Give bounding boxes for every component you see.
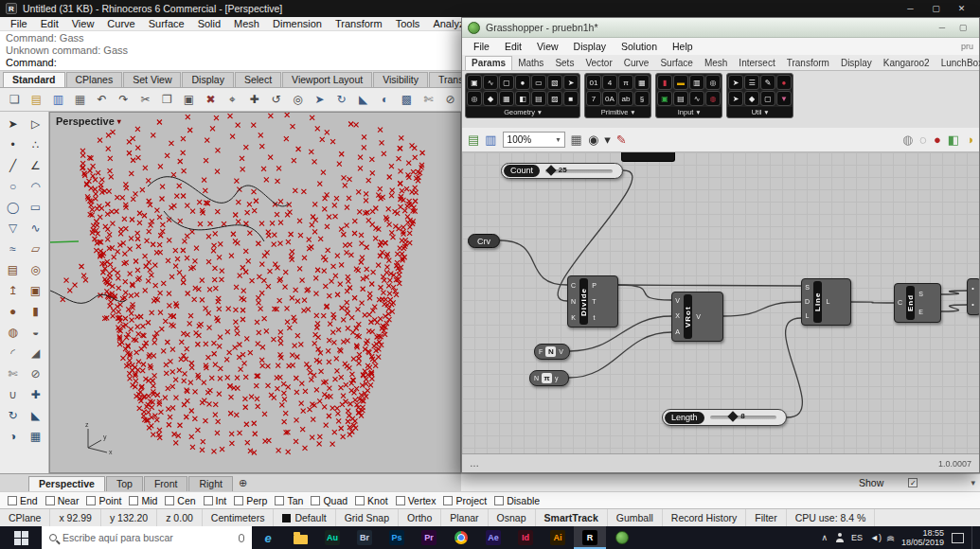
polygon-tool-icon[interactable]: ▽ [2, 218, 24, 238]
photoshop-icon[interactable]: Ps [381, 526, 413, 549]
osnap-cen[interactable]: Cen [165, 495, 195, 506]
point-tool-icon[interactable]: • [2, 134, 24, 154]
toolbar-tab-viewport-layout[interactable]: Viewport Layout [282, 72, 372, 87]
checkbox[interactable] [86, 496, 96, 505]
checkbox[interactable] [8, 496, 17, 505]
gh-menu-item-solution[interactable]: Solution [614, 41, 665, 52]
surface-param-icon[interactable]: ▤ [531, 91, 546, 106]
cut-icon[interactable]: ✂ [135, 90, 155, 109]
edge-icon[interactable]: e [252, 526, 284, 549]
osnap-tan[interactable]: Tan [275, 495, 303, 506]
input-n[interactable]: N [571, 298, 576, 306]
pipe-tool-icon[interactable]: ◍ [2, 322, 24, 342]
status-planar[interactable]: Planar [441, 509, 488, 526]
slider-length[interactable]: Length8 [662, 409, 787, 426]
freeform-curve-tool-icon[interactable]: ∿ [25, 218, 46, 238]
boolean-tool-icon[interactable]: ◒ [25, 322, 46, 342]
input-c[interactable]: C [898, 299, 902, 307]
output-s[interactable]: S [918, 291, 923, 298]
fitness-icon[interactable]: ● [776, 75, 792, 90]
mirror-icon[interactable]: ◐ [375, 90, 395, 109]
toolbar-tab-standard[interactable]: Standard [3, 72, 65, 87]
osnap-knot[interactable]: Knot [355, 495, 388, 506]
palette-group-label[interactable]: Primitive▾ [585, 107, 650, 117]
status-default[interactable]: Default [274, 509, 335, 526]
split-tool-icon[interactable]: ⊘ [25, 363, 46, 383]
point-param-icon[interactable]: ● [515, 75, 530, 90]
osnap-int[interactable]: Int [204, 495, 227, 506]
input-f[interactable]: F [539, 348, 543, 356]
solver-state-icon[interactable]: ● [934, 133, 941, 147]
file-explorer-icon[interactable] [284, 526, 316, 549]
checkbox[interactable] [443, 496, 453, 505]
perspective-viewport[interactable]: Perspective ▾ z y x [49, 112, 461, 473]
gh-tab-intersect[interactable]: Intersect [733, 57, 780, 70]
vector-param-icon[interactable]: ➤ [563, 75, 579, 90]
integer-param-icon[interactable]: 7 [586, 91, 601, 106]
status-cpu-use-8-4[interactable]: CPU use: 8.4 % [787, 509, 876, 526]
display-wireframe-icon[interactable]: ◌ [919, 133, 927, 147]
show-desktop-strip[interactable] [971, 526, 976, 549]
checkbox[interactable] [311, 496, 320, 505]
gh-tab-params[interactable]: Params [465, 56, 512, 70]
group-param-icon[interactable]: ▢ [499, 75, 514, 90]
twisted-box-param-icon[interactable]: ▨ [547, 91, 562, 106]
viewport-tab-right[interactable]: Right [188, 476, 233, 491]
bridge-icon[interactable]: Br [348, 526, 381, 549]
status-record-history[interactable]: Record History [663, 509, 746, 526]
relay-icon[interactable]: ➤ [728, 75, 743, 90]
paste-icon[interactable]: ▣ [179, 90, 199, 109]
data-dam-icon[interactable]: ☰ [744, 75, 759, 90]
input-c[interactable]: C [571, 282, 576, 290]
component-negative[interactable]: FNV [534, 344, 570, 360]
slider-count[interactable]: Count25 [501, 163, 623, 179]
status-x-92-99[interactable]: x 92.99 [50, 509, 100, 526]
chamfer-tool-icon[interactable]: ◢ [25, 343, 46, 363]
footer-dots[interactable]: … [470, 458, 479, 469]
pi-constant-icon[interactable]: π [618, 75, 633, 90]
checkbox[interactable] [396, 496, 405, 505]
checkbox[interactable] [45, 496, 55, 505]
text-param-icon[interactable]: ab [618, 91, 633, 106]
scale-tool-icon[interactable]: ◣ [25, 405, 46, 425]
extrude-tool-icon[interactable]: ↥ [2, 280, 24, 300]
menu-item-tools[interactable]: Tools [389, 18, 427, 29]
status-y-132-20[interactable]: y 132.20 [101, 509, 157, 526]
premiere-icon[interactable]: Pr [413, 526, 445, 549]
button-icon[interactable]: ▣ [657, 91, 672, 106]
box-param-icon[interactable]: ▣ [467, 75, 482, 90]
rhino-icon[interactable]: R [574, 526, 606, 549]
zoom-extents-icon[interactable]: ⌖ [223, 90, 242, 109]
gh-tab-surface[interactable]: Surface [654, 57, 698, 70]
status-grid-snap[interactable]: Grid Snap [336, 509, 399, 526]
save-file-icon[interactable]: ▥ [485, 133, 496, 147]
menu-item-solid[interactable]: Solid [191, 18, 227, 29]
slider-track[interactable]: 8 [710, 416, 776, 419]
status-ortho[interactable]: Ortho [399, 509, 441, 526]
open-file-icon[interactable]: ▤ [27, 90, 46, 109]
palette-group-label[interactable]: Input▾ [656, 107, 722, 117]
input-x[interactable]: X [675, 312, 680, 320]
search-input[interactable]: Escribe aquí para buscar [42, 526, 252, 549]
polyline-tool-icon[interactable]: ∠ [25, 155, 46, 175]
pan-view-icon[interactable]: ✚ [244, 90, 264, 109]
volume-icon[interactable]: ◄) [870, 533, 882, 542]
gh-tab-curve[interactable]: Curve [618, 57, 655, 70]
status-osnap[interactable]: Osnap [489, 509, 536, 526]
viewport-title[interactable]: Perspective ▾ [56, 115, 121, 127]
language-indicator[interactable]: ES [851, 533, 863, 542]
output-p[interactable]: P [592, 282, 597, 290]
number-param-icon[interactable]: 4 [602, 75, 617, 90]
print-icon[interactable]: ▦ [70, 90, 90, 109]
menu-item-dimension[interactable]: Dimension [266, 18, 329, 29]
slider-grip[interactable] [545, 165, 556, 175]
output-l[interactable]: L [827, 298, 830, 306]
scale-icon[interactable]: ◣ [353, 90, 373, 109]
viewport-tab-top[interactable]: Top [106, 476, 143, 491]
gh-tab-mesh[interactable]: Mesh [699, 57, 733, 70]
arc-tool-icon[interactable]: ◠ [25, 176, 46, 196]
display-points-icon[interactable]: ◍ [902, 133, 913, 147]
split-icon[interactable]: ⊘ [440, 90, 460, 109]
circle-param-icon[interactable]: ◎ [467, 91, 482, 106]
osnap-disable[interactable]: Disable [494, 495, 540, 506]
